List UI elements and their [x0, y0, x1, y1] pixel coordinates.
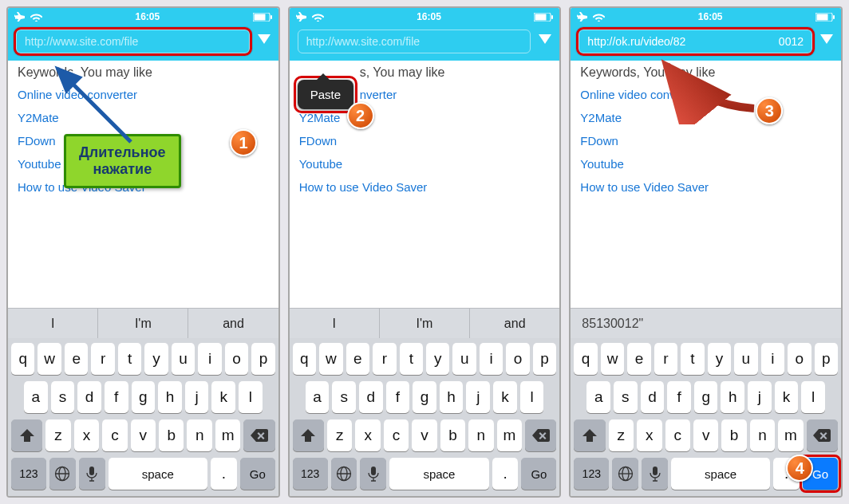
key-j[interactable]: j — [748, 381, 772, 413]
key-f[interactable]: f — [105, 381, 128, 413]
key-s[interactable]: s — [51, 381, 75, 413]
list-item[interactable]: FDown — [299, 129, 551, 152]
predict-suggestion[interactable]: I — [8, 309, 98, 338]
key-e[interactable]: e — [346, 343, 369, 375]
key-g[interactable]: g — [694, 381, 718, 413]
key-m[interactable]: m — [497, 419, 522, 451]
list-item[interactable]: Youtube — [299, 152, 551, 175]
chevron-down-icon[interactable] — [539, 34, 551, 49]
key-y[interactable]: y — [144, 343, 168, 375]
key-w[interactable]: w — [601, 343, 624, 375]
key-z[interactable]: z — [609, 419, 634, 451]
key-n[interactable]: n — [187, 419, 211, 451]
key-r[interactable]: r — [373, 343, 396, 375]
key-r[interactable]: r — [654, 343, 677, 375]
key-w[interactable]: w — [319, 343, 342, 375]
key-i[interactable]: i — [480, 343, 503, 375]
list-item[interactable]: Youtube — [580, 152, 831, 175]
key-k[interactable]: k — [211, 381, 235, 413]
key-t[interactable]: t — [118, 343, 141, 375]
key-b[interactable]: b — [440, 419, 465, 451]
key-t[interactable]: t — [400, 343, 423, 375]
mic-key[interactable] — [79, 458, 105, 490]
key-e[interactable]: e — [65, 343, 88, 375]
shift-key[interactable] — [11, 419, 42, 451]
key-i[interactable]: i — [761, 343, 784, 375]
key-z[interactable]: z — [45, 419, 70, 451]
key-m[interactable]: m — [778, 419, 803, 451]
predict-suggestion[interactable]: and — [188, 309, 278, 338]
backspace-key[interactable] — [243, 419, 274, 451]
paste-menu[interactable]: Paste — [298, 80, 353, 109]
key-b[interactable]: b — [721, 419, 746, 451]
key-z[interactable]: z — [327, 419, 352, 451]
chevron-down-icon[interactable] — [820, 34, 833, 49]
key-d[interactable]: d — [77, 381, 101, 413]
url-input-wrapper[interactable]: http://ok.ru/video/82 0012 — [579, 30, 812, 53]
key-h[interactable]: h — [440, 381, 464, 413]
key-f[interactable]: f — [667, 381, 691, 413]
url-input-wrapper[interactable] — [298, 30, 531, 53]
space-key[interactable]: space — [671, 458, 770, 490]
url-input[interactable] — [25, 35, 241, 48]
key-j[interactable]: j — [466, 381, 490, 413]
list-item[interactable]: Y2Mate — [299, 106, 551, 129]
key-d[interactable]: d — [641, 381, 665, 413]
list-item[interactable]: Online video converter — [580, 83, 831, 106]
key-h[interactable]: h — [158, 381, 182, 413]
key-f[interactable]: f — [386, 381, 410, 413]
list-item[interactable]: Y2Mate — [18, 106, 269, 129]
key-u[interactable]: u — [734, 343, 757, 375]
list-item[interactable]: nverter — [360, 83, 551, 106]
go-key[interactable]: Go — [240, 458, 275, 490]
numbers-key[interactable]: 123 — [574, 458, 609, 490]
list-item[interactable]: Y2Mate — [580, 106, 831, 129]
key-x[interactable]: x — [74, 419, 99, 451]
key-e[interactable]: e — [627, 343, 650, 375]
predict-suggestion[interactable]: I'm — [380, 309, 470, 338]
dot-key[interactable]: . — [492, 458, 519, 490]
key-q[interactable]: q — [11, 343, 34, 375]
shift-key[interactable] — [293, 419, 324, 451]
key-k[interactable]: k — [493, 381, 517, 413]
key-o[interactable]: o — [506, 343, 529, 375]
mic-key[interactable] — [642, 458, 668, 490]
globe-key[interactable] — [612, 458, 638, 490]
key-q[interactable]: q — [293, 343, 316, 375]
space-key[interactable]: space — [109, 458, 207, 490]
key-a[interactable]: a — [586, 381, 610, 413]
predict-suggestion[interactable]: I — [290, 309, 380, 338]
list-item[interactable]: Online video converter — [18, 83, 269, 106]
globe-key[interactable] — [49, 458, 76, 490]
key-v[interactable]: v — [131, 419, 156, 451]
key-m[interactable]: m — [215, 419, 240, 451]
key-y[interactable]: y — [426, 343, 449, 375]
backspace-key[interactable] — [525, 419, 556, 451]
key-p[interactable]: p — [251, 343, 274, 375]
key-j[interactable]: j — [185, 381, 209, 413]
key-o[interactable]: o — [788, 343, 811, 375]
list-item[interactable]: FDown — [580, 129, 831, 152]
list-item[interactable]: How to use Video Saver — [580, 175, 831, 199]
key-u[interactable]: u — [172, 343, 195, 375]
key-v[interactable]: v — [412, 419, 436, 451]
go-key[interactable]: Go — [521, 458, 556, 490]
key-c[interactable]: c — [665, 419, 690, 451]
backspace-key[interactable] — [807, 419, 838, 451]
key-x[interactable]: x — [637, 419, 661, 451]
globe-key[interactable] — [331, 458, 357, 490]
key-n[interactable]: n — [750, 419, 775, 451]
key-s[interactable]: s — [332, 381, 356, 413]
key-u[interactable]: u — [452, 343, 476, 375]
key-b[interactable]: b — [159, 419, 184, 451]
key-h[interactable]: h — [721, 381, 744, 413]
mic-key[interactable] — [360, 458, 386, 490]
key-a[interactable]: a — [24, 381, 48, 413]
key-x[interactable]: x — [355, 419, 380, 451]
key-y[interactable]: y — [708, 343, 731, 375]
url-input-wrapper[interactable] — [16, 30, 250, 53]
numbers-key[interactable]: 123 — [11, 458, 46, 490]
key-k[interactable]: k — [775, 381, 799, 413]
dot-key[interactable]: . — [211, 458, 237, 490]
shift-key[interactable] — [574, 419, 605, 451]
